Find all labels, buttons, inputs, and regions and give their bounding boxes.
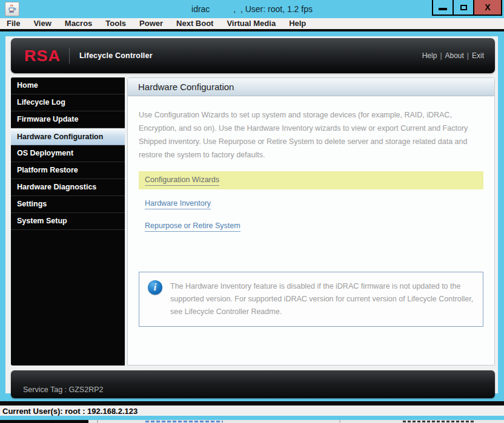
hardware-inventory-link[interactable]: Hardware Inventory — [145, 199, 211, 209]
configuration-wizards-row[interactable]: Configuration Wizards — [139, 171, 483, 189]
sidebar-item-settings[interactable]: Settings — [11, 196, 125, 213]
menu-virtual-media[interactable]: Virtual Media — [220, 18, 282, 29]
content-body: Use Configuration Wizards to set up syst… — [128, 96, 494, 327]
help-link[interactable]: Help — [422, 51, 437, 60]
window-titlebar: idrac , , User: root, 1.2 fps X — [0, 0, 504, 18]
sidebar-item-firmware-update[interactable]: Firmware Update — [11, 111, 125, 128]
menu-file[interactable]: File — [0, 18, 27, 29]
window-controls: X — [433, 0, 502, 16]
service-tag-value: GZS2RP2 — [69, 385, 104, 394]
info-note-text: The Hardware Inventory feature is disabl… — [170, 280, 474, 318]
sidebar-nav: Home Lifecycle Log Firmware Update Hardw… — [11, 77, 125, 366]
close-button[interactable]: X — [473, 0, 502, 16]
maximize-button[interactable] — [453, 0, 474, 16]
menu-tools[interactable]: Tools — [99, 18, 133, 29]
sidebar-item-platform-restore[interactable]: Platform Restore — [11, 162, 125, 179]
lc-footer-bar: Service Tag : GZS2RP2 — [11, 370, 495, 398]
page-description: Use Configuration Wizards to set up syst… — [139, 108, 489, 162]
background-window-fragment — [339, 420, 340, 423]
main-content-panel: Hardware Configuration Use Configuration… — [127, 77, 495, 366]
product-name: Lifecycle Controller — [79, 51, 153, 60]
window-bottom-border — [0, 416, 504, 420]
lc-header-bar: RSA Lifecycle Controller Help|About|Exit — [11, 38, 495, 73]
service-tag-label: Service Tag : — [23, 385, 67, 394]
menu-bar: File View Macros Tools Power Next Boot V… — [0, 18, 504, 29]
current-users-text: Current User(s): root : 192.168.2.123 — [0, 407, 138, 416]
about-link[interactable]: About — [445, 51, 464, 60]
background-window-fragment — [97, 420, 98, 423]
sidebar-item-system-setup[interactable]: System Setup — [11, 213, 125, 230]
service-tag: Service Tag : GZS2RP2 — [23, 385, 103, 394]
minimize-icon — [439, 8, 447, 10]
configuration-wizards-link[interactable]: Configuration Wizards — [145, 175, 219, 186]
repurpose-retire-row: Repurpose or Retire System — [139, 220, 483, 234]
sidebar-item-home[interactable]: Home — [11, 77, 125, 94]
sidebar-item-hardware-diagnostics[interactable]: Hardware Diagnostics — [11, 179, 125, 196]
status-bar: Current User(s): root : 192.168.2.123 — [0, 405, 504, 416]
header-links: Help|About|Exit — [422, 51, 484, 60]
console-viewport: RSA Lifecycle Controller Help|About|Exit… — [0, 31, 504, 401]
sidebar-item-lifecycle-log[interactable]: Lifecycle Log — [11, 94, 125, 111]
background-window-fragment — [403, 421, 476, 422]
page-title: Hardware Configuration — [128, 78, 494, 96]
info-icon: i — [148, 280, 162, 295]
background-window-sliver — [0, 420, 504, 423]
viewport-bottom-divider — [0, 401, 504, 405]
rsa-logo: RSA — [24, 47, 61, 64]
exit-link[interactable]: Exit — [472, 51, 484, 60]
info-note-box: i The Hardware Inventory feature is disa… — [139, 272, 483, 327]
link-separator: | — [440, 51, 442, 60]
sidebar-item-hardware-configuration[interactable]: Hardware Configuration — [11, 128, 125, 145]
hardware-inventory-row: Hardware Inventory — [139, 197, 483, 212]
window-title: idrac , , User: root, 1.2 fps — [0, 0, 504, 18]
wizard-links: Configuration Wizards Hardware Inventory… — [139, 171, 483, 234]
idrac-virtual-console-window: idrac , , User: root, 1.2 fps X File Vie… — [0, 0, 504, 423]
minimize-button[interactable] — [432, 0, 454, 16]
menu-view[interactable]: View — [27, 18, 58, 29]
background-window-fragment — [0, 420, 88, 423]
menu-power[interactable]: Power — [133, 18, 170, 29]
sidebar-item-os-deployment[interactable]: OS Deployment — [11, 145, 125, 162]
repurpose-or-retire-system-link[interactable]: Repurpose or Retire System — [145, 221, 240, 232]
menu-next-boot[interactable]: Next Boot — [170, 18, 220, 29]
link-separator: | — [467, 51, 469, 60]
lifecycle-controller-screen: RSA Lifecycle Controller Help|About|Exit… — [5, 36, 498, 393]
menu-macros[interactable]: Macros — [58, 18, 99, 29]
header-divider — [69, 48, 70, 64]
menu-help[interactable]: Help — [282, 18, 313, 29]
background-window-fragment — [145, 421, 223, 422]
maximize-icon — [460, 5, 467, 10]
close-icon: X — [485, 2, 490, 12]
